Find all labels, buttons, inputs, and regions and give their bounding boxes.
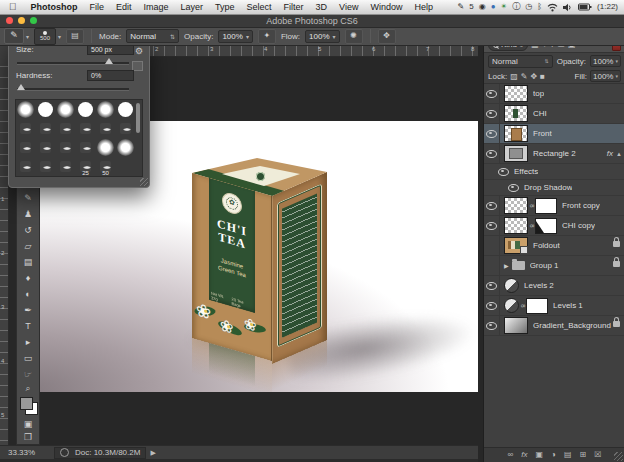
visibility-toggle[interactable] [484,276,500,295]
screen-mode-button[interactable]: ❐ [17,430,39,444]
visibility-toggle[interactable] [484,196,500,215]
mask-link-icon[interactable]: 8 [529,202,535,209]
layer-thumbnail[interactable] [504,125,528,142]
brush-preset[interactable] [77,101,94,118]
brush-preset[interactable] [97,120,114,137]
new-group-button[interactable]: ▤ [564,449,572,461]
add-layer-style-button[interactable]: fx [521,449,527,461]
brush-preset[interactable] [17,139,34,156]
brush-preset[interactable] [57,120,74,137]
lock-pixels-icon[interactable]: ✎ [521,72,528,81]
layer-thumbnail[interactable] [504,317,528,334]
brush-preset[interactable] [37,158,54,175]
input-badge[interactable]: 5 [469,2,473,12]
brush-preset[interactable] [117,101,134,118]
clone-stamp-tool[interactable]: ♟ [17,207,39,221]
eye-icon[interactable] [508,184,519,192]
brush-preset[interactable] [57,158,74,175]
layer-mask-thumbnail[interactable] [526,298,548,314]
layer-row-gradient-background[interactable]: Gradient_Background [484,316,624,336]
airbrush-toggle-icon[interactable]: ✺ [345,29,363,44]
gradient-tool[interactable]: ▤ [17,255,39,269]
menu-type[interactable]: Type [209,2,241,12]
brush-preset[interactable] [17,158,34,175]
layer-row-levels2[interactable]: Levels 2 [484,276,624,296]
eye-menu-icon[interactable]: ◉ [479,2,486,12]
picker-gear-icon[interactable]: ⚙ [135,46,143,56]
menubar-clock-time[interactable]: (1:22) [597,2,618,12]
menu-photoshop[interactable]: Photoshop [25,2,84,12]
visibility-toggle[interactable] [484,216,500,235]
layer-mask-thumbnail[interactable] [535,218,557,234]
dock-resize-grip[interactable] [614,452,623,461]
layer-row-levels1[interactable]: 8 Levels 1 [484,296,624,316]
brush-preset[interactable] [57,101,74,118]
shape-layer-thumbnail[interactable] [504,145,528,162]
apple-menu-icon[interactable]:  [9,2,17,12]
size-slider-thumb[interactable] [105,58,113,64]
menu-3d[interactable]: 3D [310,2,334,12]
type-tool[interactable]: T [17,319,39,333]
pen-tool[interactable]: ✒ [17,303,39,317]
clock-icon[interactable]: ◷ [525,2,532,12]
menu-view[interactable]: View [333,2,364,12]
visibility-toggle[interactable] [484,256,500,275]
menu-select[interactable]: Select [241,2,278,12]
brush-preset[interactable] [17,101,34,118]
volume-icon[interactable] [563,3,573,12]
link-layers-button[interactable]: ∞ [508,449,514,461]
blue-app-icon[interactable]: ● [491,2,496,12]
hardness-slider-thumb[interactable] [17,84,25,90]
lock-position-icon[interactable]: ✥ [530,72,537,81]
foreground-color-swatch[interactable] [20,397,33,410]
brush-preset-picker-button[interactable]: 500 [34,28,56,45]
visibility-toggle[interactable] [484,236,500,255]
menu-image[interactable]: Image [138,2,175,12]
brush-preset[interactable] [77,120,94,137]
layer-row-rectangle2[interactable]: Rectangle 2 fx ▲ [484,144,624,164]
lock-all-icon[interactable]: ■ [540,72,545,81]
menu-help[interactable]: Help [408,2,439,12]
layer-thumbnail[interactable] [504,85,528,102]
new-layer-button[interactable]: ⊞ [580,449,587,461]
brush-tool[interactable]: ✎ [17,191,39,205]
layer-fx-badge[interactable]: fx [607,149,613,158]
zoom-level-field[interactable]: 33.33% [8,448,44,457]
visibility-toggle[interactable] [484,84,500,103]
brush-preset[interactable] [37,139,54,156]
bluetooth-icon[interactable]: ᛒ [537,2,542,12]
mask-link-icon[interactable]: 8 [520,302,526,309]
layer-row-chi[interactable]: CHI [484,104,624,124]
new-adjustment-layer-button[interactable]: ◑ [551,449,556,461]
layer-thumbnail[interactable] [504,237,528,254]
layer-thumbnail[interactable] [504,105,528,122]
layer-row-effects[interactable]: Effects [484,164,624,180]
menu-file[interactable]: File [84,2,111,12]
status-popup-arrow-icon[interactable]: ▶ [150,449,155,457]
path-selection-tool[interactable]: ▸ [17,335,39,349]
layer-row-foldout[interactable]: Foldout [484,236,624,256]
green-app-icon[interactable]: ✴ [501,2,508,12]
flow-field[interactable]: 100% ▾ [305,30,339,43]
group-twirl-icon[interactable]: ▶ [504,262,509,269]
hardness-input[interactable]: 0% [87,70,134,81]
hardness-slider[interactable] [17,88,129,91]
brush-preset[interactable] [97,139,114,156]
layer-row-drop-shadow[interactable]: Drop Shadow [484,180,624,196]
tool-preset-caret-icon[interactable]: ▾ [26,33,29,40]
layer-blend-mode-select[interactable]: Normal ⇅ [488,55,553,68]
layer-row-group1[interactable]: ▶ Group 1 [484,256,624,276]
brush-preset[interactable] [37,101,54,118]
layer-row-front-selected[interactable]: Front [484,124,624,144]
delete-layer-button[interactable]: ☒ [594,449,601,461]
brush-preset[interactable] [77,139,94,156]
visibility-toggle[interactable] [484,124,500,143]
layer-row-front-copy[interactable]: 8 Front copy [484,196,624,216]
tablet-size-icon[interactable]: ✥ [378,29,396,44]
dodge-tool[interactable]: ◐ [17,287,39,301]
history-brush-tool[interactable]: ↺ [17,223,39,237]
menu-layer[interactable]: Layer [175,2,210,12]
fx-collapse-icon[interactable]: ▲ [616,151,622,157]
layer-thumbnail[interactable] [504,217,528,234]
visibility-toggle[interactable] [484,144,500,163]
